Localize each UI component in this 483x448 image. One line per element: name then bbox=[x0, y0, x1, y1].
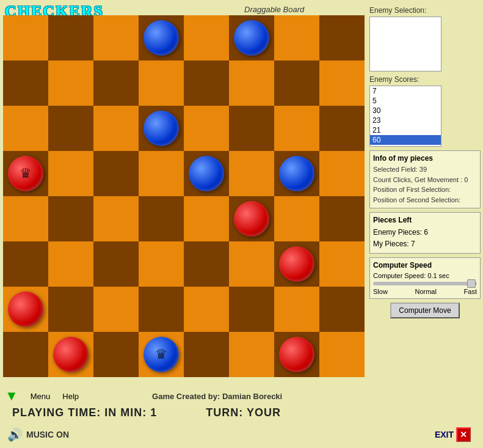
cell-5-4[interactable] bbox=[184, 241, 229, 287]
speed-title: Computer Speed bbox=[373, 261, 477, 270]
cell-6-7[interactable] bbox=[319, 287, 365, 332]
piece-blue-3-6[interactable] bbox=[279, 156, 314, 191]
piece-blue-2-3[interactable] bbox=[143, 111, 179, 146]
cell-3-3[interactable] bbox=[139, 151, 184, 196]
cell-5-1[interactable] bbox=[48, 241, 93, 287]
cell-1-7[interactable] bbox=[319, 61, 365, 106]
cell-3-4[interactable] bbox=[184, 151, 229, 196]
cell-1-1[interactable] bbox=[48, 61, 93, 106]
count-clicks-row: Count Clicks, Get Movement : 0 bbox=[373, 175, 477, 185]
cell-0-6[interactable] bbox=[274, 15, 319, 61]
help-link[interactable]: Help bbox=[62, 392, 79, 401]
cell-7-6[interactable] bbox=[274, 332, 319, 377]
score-item[interactable]: 60 bbox=[370, 135, 441, 145]
piece-red-6-0[interactable] bbox=[8, 292, 43, 327]
cell-6-0[interactable] bbox=[3, 287, 48, 332]
cell-0-5[interactable] bbox=[229, 15, 274, 61]
cell-4-0[interactable] bbox=[3, 196, 48, 241]
cell-0-0[interactable] bbox=[3, 15, 48, 61]
cell-0-2[interactable] bbox=[93, 15, 139, 61]
score-item[interactable]: 5 bbox=[370, 96, 441, 106]
info-panel: Info of my pieces Selected Field: 39 Cou… bbox=[369, 150, 481, 208]
cell-2-2[interactable] bbox=[93, 106, 139, 151]
cell-4-2[interactable] bbox=[93, 196, 139, 241]
score-item[interactable]: 23 bbox=[370, 116, 441, 125]
piece-red-5-6[interactable] bbox=[279, 246, 314, 282]
piece-red-7-1[interactable] bbox=[53, 337, 89, 372]
cell-7-7[interactable] bbox=[319, 332, 365, 377]
speed-fast: Fast bbox=[464, 288, 477, 295]
cell-5-0[interactable] bbox=[3, 241, 48, 287]
cell-4-3[interactable] bbox=[139, 196, 184, 241]
score-item[interactable]: 30 bbox=[370, 106, 441, 116]
music-icon[interactable]: 🔊 bbox=[7, 427, 23, 442]
cell-3-7[interactable] bbox=[319, 151, 365, 196]
menu-link[interactable]: Menu bbox=[31, 392, 51, 401]
cell-2-1[interactable] bbox=[48, 106, 93, 151]
cell-3-1[interactable] bbox=[48, 151, 93, 196]
cell-0-7[interactable] bbox=[319, 15, 365, 61]
cell-5-6[interactable] bbox=[274, 241, 319, 287]
cell-2-4[interactable] bbox=[184, 106, 229, 151]
cell-4-4[interactable] bbox=[184, 196, 229, 241]
cell-7-1[interactable] bbox=[48, 332, 93, 377]
piece-blue-0-5[interactable] bbox=[234, 20, 269, 56]
cell-5-2[interactable] bbox=[93, 241, 139, 287]
speed-slider-track[interactable] bbox=[373, 282, 477, 285]
cell-7-2[interactable] bbox=[93, 332, 139, 377]
cell-3-2[interactable] bbox=[93, 151, 139, 196]
playing-time-text: PLAYING TIME: IN MIN: 1 bbox=[12, 406, 157, 419]
exit-link[interactable]: EXIT bbox=[435, 430, 454, 439]
cell-7-3[interactable] bbox=[139, 332, 184, 377]
speed-slider-thumb[interactable] bbox=[467, 279, 476, 288]
piece-red-4-5[interactable] bbox=[234, 201, 269, 237]
cell-4-1[interactable] bbox=[48, 196, 93, 241]
cell-2-6[interactable] bbox=[274, 106, 319, 151]
score-item[interactable]: 7 bbox=[370, 86, 441, 96]
cell-6-4[interactable] bbox=[184, 287, 229, 332]
cell-1-4[interactable] bbox=[184, 61, 229, 106]
checkerboard[interactable] bbox=[3, 15, 365, 377]
cell-0-3[interactable] bbox=[139, 15, 184, 61]
cell-1-6[interactable] bbox=[274, 61, 319, 106]
piece-blue-3-4[interactable] bbox=[189, 156, 224, 191]
download-icon[interactable]: ▼ bbox=[5, 389, 18, 403]
exit-button[interactable]: ✕ bbox=[456, 427, 471, 442]
cell-3-0[interactable] bbox=[3, 151, 48, 196]
cell-3-5[interactable] bbox=[229, 151, 274, 196]
piece-blue-0-3[interactable] bbox=[143, 20, 179, 56]
cell-5-5[interactable] bbox=[229, 241, 274, 287]
cell-6-1[interactable] bbox=[48, 287, 93, 332]
enemy-selection-box[interactable] bbox=[369, 17, 441, 72]
cell-3-6[interactable] bbox=[274, 151, 319, 196]
cell-5-7[interactable] bbox=[319, 241, 365, 287]
cell-1-0[interactable] bbox=[3, 61, 48, 106]
score-item[interactable]: 21 bbox=[370, 125, 441, 135]
cell-1-5[interactable] bbox=[229, 61, 274, 106]
cell-4-7[interactable] bbox=[319, 196, 365, 241]
cell-7-5[interactable] bbox=[229, 332, 274, 377]
computer-move-button[interactable]: Computer Move bbox=[390, 303, 459, 318]
piece-blue-7-3[interactable] bbox=[143, 337, 179, 372]
cell-0-1[interactable] bbox=[48, 15, 93, 61]
cell-6-2[interactable] bbox=[93, 287, 139, 332]
cell-7-4[interactable] bbox=[184, 332, 229, 377]
exit-area: EXIT ✕ bbox=[435, 427, 471, 442]
cell-5-3[interactable] bbox=[139, 241, 184, 287]
cell-6-6[interactable] bbox=[274, 287, 319, 332]
piece-red-3-0[interactable] bbox=[8, 156, 43, 191]
cell-2-0[interactable] bbox=[3, 106, 48, 151]
cell-6-5[interactable] bbox=[229, 287, 274, 332]
cell-7-0[interactable] bbox=[3, 332, 48, 377]
piece-red-7-6[interactable] bbox=[279, 337, 314, 372]
enemy-scores-box[interactable]: 7530232160 bbox=[369, 86, 441, 147]
cell-4-6[interactable] bbox=[274, 196, 319, 241]
cell-2-3[interactable] bbox=[139, 106, 184, 151]
cell-2-7[interactable] bbox=[319, 106, 365, 151]
cell-6-3[interactable] bbox=[139, 287, 184, 332]
cell-0-4[interactable] bbox=[184, 15, 229, 61]
cell-1-2[interactable] bbox=[93, 61, 139, 106]
cell-4-5[interactable] bbox=[229, 196, 274, 241]
cell-2-5[interactable] bbox=[229, 106, 274, 151]
cell-1-3[interactable] bbox=[139, 61, 184, 106]
